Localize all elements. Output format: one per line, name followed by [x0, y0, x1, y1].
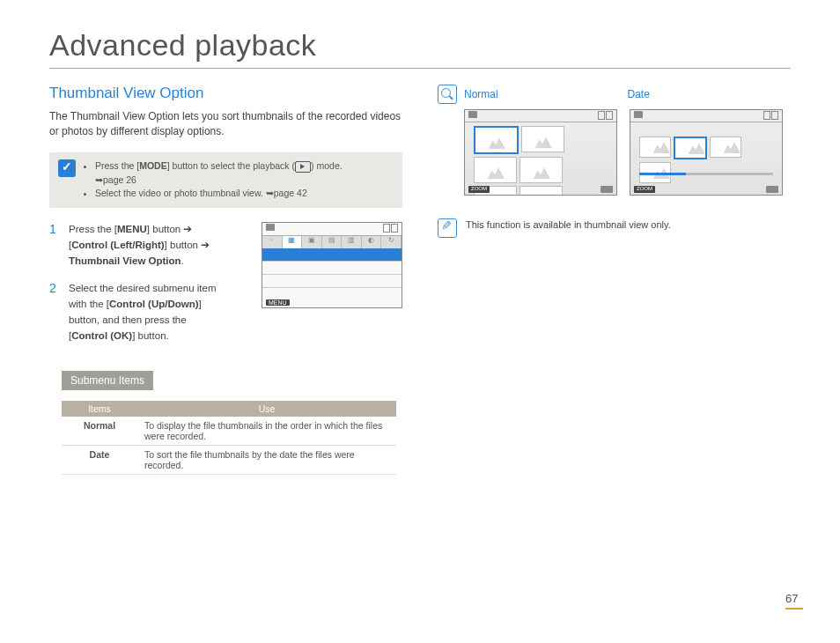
- submenu-heading: Submenu Items: [62, 371, 153, 390]
- storage-icon: [468, 111, 477, 118]
- table-header: Use: [137, 401, 396, 417]
- storage-icon: [634, 111, 643, 118]
- note-bullet: Press the [MODE] button to select the pl…: [95, 159, 343, 188]
- note-bullet: Select the video or photo thumbnail view…: [95, 187, 343, 201]
- thumb-label-normal: Normal: [464, 88, 628, 100]
- step-item: 2 Select the desired submenu item with t…: [49, 281, 251, 344]
- playback-mode-icon: [295, 161, 311, 173]
- table-row: Date To sort the file thumbnails by the …: [62, 445, 396, 474]
- thumb-label-date: Date: [628, 88, 792, 100]
- control-icon: [601, 186, 613, 193]
- step-number: 2: [49, 281, 60, 344]
- menu-screen-mock: ◦▦▣▤▥◐↻ MENU: [262, 222, 402, 308]
- zoom-badge: ZOOM: [634, 186, 655, 193]
- battery-icon: [383, 224, 398, 234]
- timeline-bar: [639, 173, 773, 175]
- availability-note: This function is available in thumbnail …: [466, 218, 671, 233]
- zoom-badge: ZOOM: [468, 186, 490, 193]
- table-header: Items: [62, 401, 137, 417]
- table-use: To sort the file thumbnails by the date …: [137, 445, 396, 474]
- menu-footer-label: MENU: [266, 299, 290, 306]
- battery-icon: [598, 111, 613, 121]
- check-icon: [58, 159, 76, 177]
- table-use: To display the file thumbnails in the or…: [137, 417, 396, 446]
- note-box: Press the [MODE] button to select the pl…: [49, 152, 402, 208]
- submenu-table: Items Use Normal To display the file thu…: [62, 401, 396, 475]
- intro-text: The Thumbnail View Option lets you sort …: [49, 109, 402, 140]
- control-icon: [766, 186, 778, 193]
- page-number: 67: [785, 592, 803, 610]
- step-item: 1 Press the [MENU] button ➔ [Control (Le…: [49, 222, 251, 269]
- magnifier-icon: [438, 85, 457, 104]
- section-heading: Thumbnail View Option: [49, 85, 402, 102]
- table-item: Date: [62, 445, 137, 474]
- date-view-mock: ZOOM: [630, 109, 783, 196]
- storage-icon: [266, 224, 275, 231]
- table-item: Normal: [62, 417, 137, 446]
- note-icon: [438, 218, 457, 238]
- table-row: Normal To display the file thumbnails in…: [62, 417, 396, 446]
- page-title: Advanced playback: [49, 28, 791, 69]
- step-number: 1: [49, 222, 60, 269]
- battery-icon: [763, 111, 778, 121]
- normal-view-mock: ZOOM: [464, 109, 617, 196]
